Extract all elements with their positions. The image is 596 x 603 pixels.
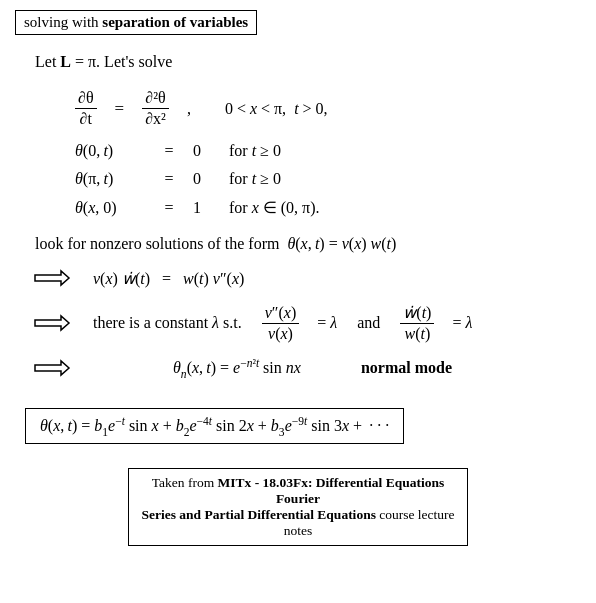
arrow3-equation: θn(x, t) = e−n²t sin nx <box>173 357 301 380</box>
ic-lhs: θ(x, 0) <box>75 199 145 217</box>
result-box: θ(x, t) = b1e−t sin x + b2e−4t sin 2x + … <box>25 408 404 445</box>
bc1-rhs: 0 <box>193 142 209 160</box>
bc1-cond: for t ≥ 0 <box>229 142 281 160</box>
arrow2-and: and <box>357 314 380 332</box>
pde-row: ∂θ ∂t = ∂²θ ∂x² , 0 < x < π, t > 0, <box>75 89 581 128</box>
pde-rhs-den: ∂x² <box>142 109 169 128</box>
bc2-rhs: 0 <box>193 170 209 188</box>
let-line: Let L = π. Let's solve <box>35 53 581 71</box>
arrow3-icon <box>33 357 71 379</box>
pde-rhs-fraction: ∂²θ ∂x² <box>142 89 169 128</box>
arrow2-frac1-den: v(x) <box>265 324 296 343</box>
credit-taken: Taken from <box>152 475 218 490</box>
pde-domain: 0 < x < π, t > 0, <box>225 100 328 118</box>
arrow3-row: θn(x, t) = e−n²t sin nx normal mode <box>15 357 581 380</box>
arrow2-frac1-num: v″(x) <box>262 304 300 324</box>
arrow2-frac2-den: w(t) <box>401 324 433 343</box>
arrow2-eq1: = λ <box>317 314 337 332</box>
pde-lhs-num: ∂θ <box>75 89 97 109</box>
credit-bold1: MITx - 18.03Fx: Differential Equations F… <box>218 475 445 506</box>
arrow1-row: v(x) ẇ(t) = w(t) v″(x) <box>15 267 581 289</box>
arrow1-equation: v(x) ẇ(t) = w(t) v″(x) <box>93 269 244 288</box>
arrow1-icon <box>33 267 71 289</box>
pde-eq: = <box>115 99 125 119</box>
arrow2-icon <box>33 312 71 334</box>
bc2-row: θ(π, t) = 0 for t ≥ 0 <box>75 170 581 188</box>
credit-box: Taken from MITx - 18.03Fx: Differential … <box>128 468 468 546</box>
title-bold: separation of variables <box>102 14 248 30</box>
normal-mode-label: normal mode <box>361 359 452 377</box>
ic-rhs: 1 <box>193 199 209 217</box>
arrow2-frac1: v″(x) v(x) <box>262 304 300 343</box>
look-line: look for nonzero solutions of the form θ… <box>35 235 581 253</box>
arrow2-row: there is a constant λ s.t. v″(x) v(x) = … <box>15 303 581 343</box>
arrow2-frac2-num: ẇ(t) <box>400 303 434 324</box>
title-with: with <box>72 14 102 30</box>
bc1-row: θ(0, t) = 0 for t ≥ 0 <box>75 142 581 160</box>
title-prefix: solving <box>24 14 72 30</box>
pde-lhs-den: ∂t <box>77 109 95 128</box>
bc2-cond: for t ≥ 0 <box>229 170 281 188</box>
arrow2-frac2: ẇ(t) w(t) <box>400 303 434 343</box>
bc2-lhs: θ(π, t) <box>75 170 145 188</box>
arrow2-text: there is a constant λ s.t. <box>93 314 242 332</box>
pde-comma: , <box>187 100 191 118</box>
credit-bold2: Series and Partial Differential Equation… <box>141 507 376 522</box>
pde-rhs-num: ∂²θ <box>142 89 168 109</box>
ic-row: θ(x, 0) = 1 for x ∈ (0, π). <box>75 198 581 217</box>
pde-lhs-fraction: ∂θ ∂t <box>75 89 97 128</box>
normal-mode-line: θn(x, t) = e−n²t sin nx normal mode <box>169 357 452 380</box>
bc1-eq: = <box>157 142 181 160</box>
L-bold: L <box>60 53 71 70</box>
title-box: solving with separation of variables <box>15 10 257 35</box>
bc1-lhs: θ(0, t) <box>75 142 145 160</box>
ic-eq: = <box>157 199 181 217</box>
bc2-eq: = <box>157 170 181 188</box>
ic-cond: for x ∈ (0, π). <box>229 198 320 217</box>
arrow2-eq2: = λ <box>452 314 472 332</box>
